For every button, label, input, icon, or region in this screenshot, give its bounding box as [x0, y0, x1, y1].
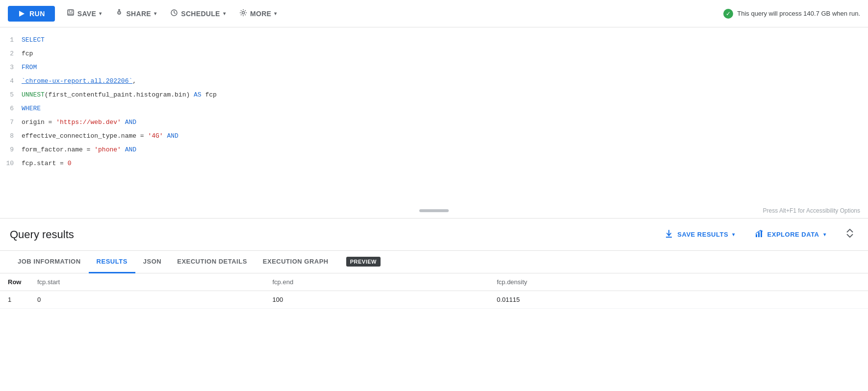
save-icon: [67, 9, 75, 18]
save-button[interactable]: SAVE ▾: [61, 5, 108, 22]
table-cell: 0: [29, 291, 264, 309]
code-token-kw: FROM: [22, 64, 37, 71]
line-content: form_factor.name = 'phone' AND: [22, 143, 864, 157]
code-line-2: 2 fcp: [0, 47, 868, 61]
code-token-plain: ,: [132, 77, 136, 85]
explore-data-button[interactable]: EXPLORE DATA ▾: [751, 226, 830, 243]
code-line-1: 1SELECT: [0, 33, 868, 47]
col-fcp-density: fcp.density: [489, 273, 772, 291]
svg-line-11: [174, 13, 176, 14]
code-line-10: 10 fcp.start = 0: [0, 157, 868, 171]
code-token-kw: AND: [125, 119, 136, 126]
line-number: 9: [4, 143, 22, 157]
code-line-7: 7 origin = 'https://web.dev' AND: [0, 116, 868, 129]
run-button[interactable]: RUN: [8, 6, 55, 22]
code-token-str: '4G': [148, 132, 163, 140]
line-content: effective_connection_type.name = '4G' AN…: [22, 129, 864, 143]
line-content: FROM: [22, 61, 864, 74]
tab-results[interactable]: RESULTS: [89, 251, 135, 273]
tab-preview-badge: PREVIEW: [346, 257, 381, 267]
play-icon: [18, 10, 26, 18]
accessibility-hint: Press Alt+F1 for Accessibility Options: [763, 207, 860, 214]
code-token-kw: AND: [125, 146, 136, 153]
tab-job-information-label: JOB INFORMATION: [18, 258, 81, 265]
code-token-plain: [121, 146, 125, 153]
schedule-icon: [170, 9, 178, 18]
code-line-3: 3FROM: [0, 61, 868, 74]
expand-button[interactable]: [842, 227, 858, 242]
code-token-str: 'https://web.dev': [56, 119, 121, 126]
code-line-5: 5 UNNEST(first_contentful_paint.histogra…: [0, 88, 868, 102]
table-cell: 1: [0, 291, 29, 309]
table-row: 101000.01115: [0, 291, 868, 309]
col-fcp-end: fcp.end: [264, 273, 488, 291]
svg-rect-3: [68, 13, 73, 15]
share-icon: [115, 9, 123, 18]
save-results-button[interactable]: SAVE RESULTS ▾: [661, 226, 739, 243]
more-label: MORE: [250, 10, 271, 18]
line-number: 1: [4, 33, 22, 47]
code-token-plain: fcp: [202, 91, 217, 98]
table-cell-empty: [772, 291, 868, 309]
svg-rect-15: [758, 232, 760, 237]
tab-json[interactable]: JSON: [135, 251, 169, 273]
svg-point-12: [242, 12, 245, 14]
tab-preview[interactable]: PREVIEW: [336, 251, 388, 273]
results-title: Query results: [10, 228, 661, 241]
line-number: 7: [4, 116, 22, 129]
svg-point-5: [119, 12, 120, 14]
save-results-label: SAVE RESULTS: [677, 231, 728, 238]
schedule-button[interactable]: SCHEDULE ▾: [164, 5, 231, 22]
code-token-plain: fcp: [22, 50, 33, 57]
code-token-plain: form_factor.name =: [22, 146, 94, 153]
run-label: RUN: [29, 10, 45, 18]
line-number: 8: [4, 129, 22, 143]
line-content: SELECT: [22, 33, 864, 47]
line-content: fcp: [22, 47, 864, 61]
results-header: Query results SAVE RESULTS ▾: [0, 219, 868, 251]
share-button[interactable]: SHARE ▾: [109, 5, 162, 22]
code-token-fn: UNNEST: [22, 91, 45, 98]
tab-json-label: JSON: [143, 258, 161, 265]
code-lines: 1SELECT2 fcp3FROM4 `chrome-ux-report.all…: [0, 33, 868, 171]
horizontal-scrollbar[interactable]: [419, 209, 449, 212]
code-token-plain: (first_contentful_paint.histogram.bin): [45, 91, 194, 98]
results-area: Query results SAVE RESULTS ▾: [0, 219, 868, 309]
check-icon: ✓: [723, 9, 733, 19]
save-results-chevron-icon: ▾: [732, 232, 735, 237]
save-label: SAVE: [77, 10, 96, 18]
query-info-text: This query will process 140.7 GB when ru…: [737, 10, 860, 17]
more-button[interactable]: MORE ▾: [233, 5, 283, 22]
svg-rect-14: [756, 234, 757, 237]
share-label: SHARE: [126, 10, 151, 18]
code-token-kw: SELECT: [22, 36, 45, 44]
table-header-row: Row fcp.start fcp.end fcp.density: [0, 273, 868, 291]
code-token-kw: AND: [167, 132, 178, 140]
share-chevron-icon: ▾: [154, 11, 156, 16]
code-token-kw: WHERE: [22, 105, 41, 112]
explore-data-icon: [755, 229, 764, 240]
tabs-bar: JOB INFORMATION RESULTS JSON EXECUTION D…: [0, 251, 868, 273]
tab-execution-graph[interactable]: EXECUTION GRAPH: [255, 251, 336, 273]
col-row: Row: [0, 273, 29, 291]
explore-data-chevron-icon: ▾: [823, 232, 826, 237]
more-chevron-icon: ▾: [274, 11, 277, 16]
explore-data-label: EXPLORE DATA: [767, 231, 819, 238]
code-editor[interactable]: 1SELECT2 fcp3FROM4 `chrome-ux-report.all…: [0, 27, 868, 219]
tab-execution-details[interactable]: EXECUTION DETAILS: [169, 251, 255, 273]
line-content: fcp.start = 0: [22, 157, 864, 171]
table-cell: 100: [264, 291, 488, 309]
code-token-plain: fcp.start =: [22, 160, 68, 167]
line-content: `chrome-ux-report.all.202206`,: [22, 74, 864, 88]
tab-results-label: RESULTS: [97, 258, 128, 265]
code-token-plain: [121, 119, 125, 126]
col-fcp-start: fcp.start: [29, 273, 264, 291]
svg-rect-16: [761, 231, 762, 237]
svg-marker-0: [19, 11, 25, 17]
code-token-tbl[interactable]: `chrome-ux-report.all.202206`: [22, 77, 132, 85]
line-number: 3: [4, 61, 22, 74]
line-number: 2: [4, 47, 22, 61]
code-token-plain: effective_connection_type.name =: [22, 132, 148, 140]
code-line-8: 8 effective_connection_type.name = '4G' …: [0, 129, 868, 143]
tab-job-information[interactable]: JOB INFORMATION: [10, 251, 89, 273]
